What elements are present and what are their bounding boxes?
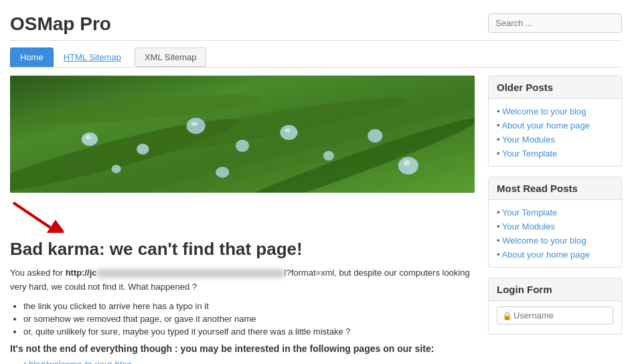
most-read-title: Most Read Posts: [489, 177, 621, 200]
svg-point-18: [404, 161, 410, 166]
nav-html-sitemap-button[interactable]: HTML Sitemap: [54, 48, 131, 67]
older-post-link[interactable]: Your Template: [502, 149, 557, 159]
svg-point-16: [191, 122, 198, 126]
sidebar: Older Posts Welcome to your blog About y…: [488, 76, 622, 364]
list-item: or, quite unlikely for sure, maybe you t…: [23, 327, 475, 337]
list-item: Welcome to your blog: [497, 234, 613, 248]
list-item: About your home page: [497, 118, 613, 132]
svg-point-15: [86, 135, 91, 139]
search-box: [488, 13, 622, 33]
svg-point-9: [281, 125, 298, 140]
error-title: Bad karma: we can't find that page!: [10, 239, 475, 260]
most-read-list: Your Template Your Modules Welcome to yo…: [497, 205, 613, 262]
user-icon: 🔒: [502, 311, 512, 321]
login-form-widget: Login Form 🔒: [488, 278, 622, 335]
older-posts-widget: Older Posts Welcome to your blog About y…: [488, 76, 622, 167]
svg-point-6: [137, 144, 149, 155]
older-posts-list: Welcome to your blog About your home pag…: [497, 104, 613, 161]
svg-point-13: [112, 165, 121, 173]
header: OSMap Pro: [10, 7, 622, 41]
most-read-link[interactable]: About your home page: [501, 250, 590, 260]
svg-point-10: [323, 151, 334, 161]
suggestion-title: It's not the end of everything though : …: [10, 343, 475, 354]
suggestion-link[interactable]: blog/welcome-to-your-blog: [23, 359, 475, 364]
older-post-link[interactable]: About your home page: [501, 120, 590, 130]
main-content: Bad karma: we can't find that page! You …: [10, 76, 475, 364]
most-read-posts-widget: Most Read Posts Your Template Your Modul…: [488, 177, 622, 268]
list-item: Welcome to your blog: [497, 104, 613, 118]
most-read-content: Your Template Your Modules Welcome to yo…: [489, 200, 621, 267]
list-item: Your Template: [497, 205, 613, 219]
username-input[interactable]: [497, 306, 613, 325]
search-input[interactable]: [488, 13, 622, 33]
nav-xml-sitemap-button[interactable]: XML Sitemap: [135, 48, 207, 67]
most-read-link[interactable]: Welcome to your blog: [502, 236, 586, 246]
most-read-link[interactable]: Your Template: [502, 207, 557, 217]
username-input-wrap: 🔒: [497, 306, 613, 325]
older-posts-title: Older Posts: [489, 76, 621, 99]
nav-bar: Home HTML Sitemap XML Sitemap: [10, 48, 622, 68]
list-item: About your home page: [497, 248, 613, 262]
older-posts-content: Welcome to your blog About your home pag…: [489, 99, 621, 166]
svg-line-20: [13, 203, 50, 227]
svg-point-11: [368, 129, 382, 143]
list-item: the link you clicked to arrive here has …: [23, 301, 475, 311]
list-item: or somehow we removed that page, or gave…: [23, 314, 475, 324]
svg-point-12: [398, 157, 418, 175]
red-arrow: [10, 199, 475, 235]
login-form: 🔒: [489, 301, 621, 334]
arrow-icon: [10, 199, 64, 233]
site-title: OSMap Pro: [10, 13, 111, 35]
error-reasons-list: the link you clicked to arrive here has …: [23, 301, 475, 337]
error-intro-text: You asked for: [10, 268, 66, 278]
hero-image: [10, 76, 475, 193]
list-item: Your Template: [497, 147, 613, 161]
list-item: Your Modules: [497, 219, 613, 234]
hero-image-inner: [10, 76, 475, 193]
url-blurred: [97, 269, 285, 278]
url-start: http://jc: [66, 268, 97, 278]
svg-point-8: [236, 140, 249, 152]
list-item: Your Modules: [497, 132, 613, 147]
svg-point-7: [187, 118, 206, 134]
most-read-link[interactable]: Your Modules: [502, 221, 555, 232]
content-area: Bad karma: we can't find that page! You …: [10, 76, 622, 364]
svg-point-5: [82, 132, 98, 146]
login-form-title: Login Form: [489, 278, 621, 301]
url-end: l?format=xml: [285, 268, 335, 278]
nav-home-button[interactable]: Home: [10, 48, 54, 67]
leaf-overlay-svg: [10, 76, 475, 193]
svg-point-14: [216, 167, 229, 178]
older-post-link[interactable]: Welcome to your blog: [502, 106, 586, 116]
svg-point-17: [285, 128, 290, 132]
error-description: You asked for http://jcl?format=xml, but…: [10, 266, 475, 294]
older-post-link[interactable]: Your Modules: [502, 134, 555, 145]
